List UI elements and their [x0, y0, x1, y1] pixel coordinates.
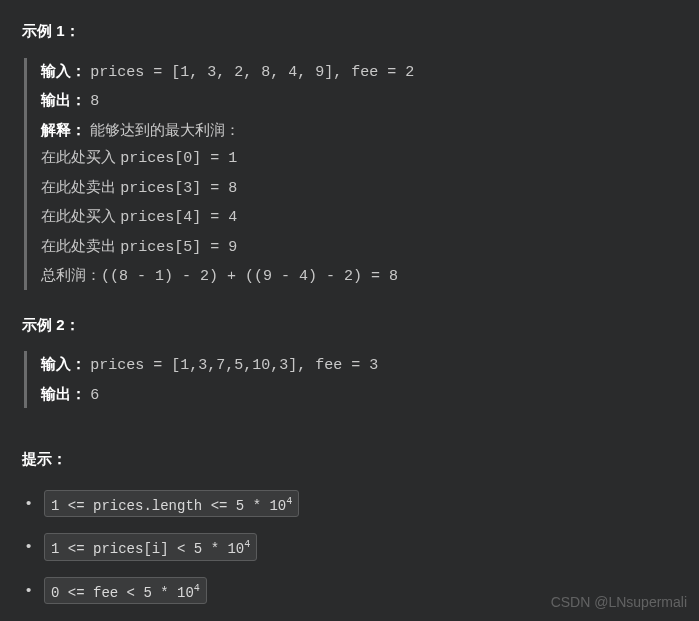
- hint-sup: 4: [244, 539, 250, 550]
- output-value: 6: [90, 387, 99, 404]
- hint-code: 1 <= prices.length <= 5 * 104: [44, 490, 299, 518]
- input-label: 输入：: [41, 355, 86, 372]
- example-1-total: 总利润：((8 - 1) - 2) + ((9 - 4) - 2) = 8: [41, 262, 677, 290]
- step-cn: 在此处卖出: [41, 178, 120, 195]
- hint-item: 1 <= prices.length <= 5 * 104: [26, 490, 677, 518]
- hint-code: 0 <= fee < 5 * 104: [44, 577, 207, 605]
- example-1-title: 示例 1：: [22, 18, 677, 44]
- example-1-block: 输入： prices = [1, 3, 2, 8, 4, 9], fee = 2…: [24, 58, 677, 290]
- hint-pre: 1 <= prices[i] < 5 * 10: [51, 541, 244, 557]
- example-1-step-0: 在此处买入 prices[0] = 1: [41, 144, 677, 172]
- example-1-input: 输入： prices = [1, 3, 2, 8, 4, 9], fee = 2: [41, 58, 677, 86]
- example-2-output: 输出： 6: [41, 381, 677, 409]
- step-cn: 在此处卖出: [41, 237, 120, 254]
- step-code: prices[4] = 4: [120, 209, 237, 226]
- output-label: 输出：: [41, 385, 86, 402]
- input-label: 输入：: [41, 62, 86, 79]
- example-1-step-2: 在此处买入 prices[4] = 4: [41, 203, 677, 231]
- example-1-step-1: 在此处卖出 prices[3] = 8: [41, 174, 677, 202]
- hint-item: 1 <= prices[i] < 5 * 104: [26, 533, 677, 561]
- step-cn: 在此处买入: [41, 207, 120, 224]
- hint-code: 1 <= prices[i] < 5 * 104: [44, 533, 257, 561]
- step-code: prices[5] = 9: [120, 239, 237, 256]
- step-cn: 在此处买入: [41, 148, 120, 165]
- hint-pre: 0 <= fee < 5 * 10: [51, 584, 194, 600]
- step-code: prices[3] = 8: [120, 180, 237, 197]
- watermark: CSDN @LNsupermali: [551, 591, 687, 615]
- example-1-explain: 解释： 能够达到的最大利润：: [41, 117, 677, 143]
- example-2-input: 输入： prices = [1,3,7,5,10,3], fee = 3: [41, 351, 677, 379]
- explain-label: 解释：: [41, 121, 86, 138]
- hints-title: 提示：: [22, 446, 677, 472]
- example-2-block: 输入： prices = [1,3,7,5,10,3], fee = 3 输出：…: [24, 351, 677, 408]
- hint-pre: 1 <= prices.length <= 5 * 10: [51, 497, 286, 513]
- output-label: 输出：: [41, 91, 86, 108]
- input-value: prices = [1,3,7,5,10,3], fee = 3: [90, 357, 378, 374]
- example-1-output: 输出： 8: [41, 87, 677, 115]
- output-value: 8: [90, 93, 99, 110]
- hint-sup: 4: [194, 583, 200, 594]
- input-value: prices = [1, 3, 2, 8, 4, 9], fee = 2: [90, 64, 414, 81]
- total-expr: ((8 - 1) - 2) + ((9 - 4) - 2) = 8: [101, 268, 398, 285]
- hint-sup: 4: [286, 496, 292, 507]
- hints-list: 1 <= prices.length <= 5 * 104 1 <= price…: [22, 490, 677, 605]
- example-1-step-3: 在此处卖出 prices[5] = 9: [41, 233, 677, 261]
- example-2-title: 示例 2：: [22, 312, 677, 338]
- explain-text: 能够达到的最大利润：: [90, 121, 240, 138]
- total-label: 总利润：: [41, 266, 101, 283]
- step-code: prices[0] = 1: [120, 150, 237, 167]
